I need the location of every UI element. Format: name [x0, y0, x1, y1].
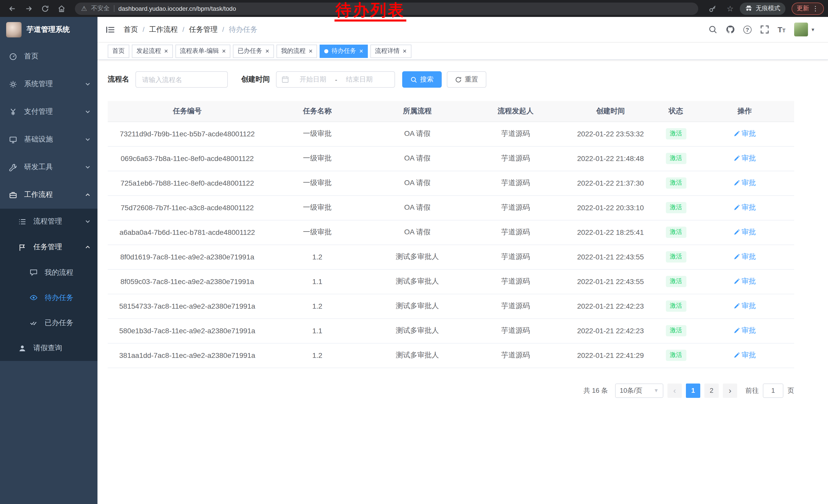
tab-form-edit[interactable]: 流程表单-编辑× [175, 44, 230, 58]
column-header: 状态 [657, 101, 695, 122]
approve-link[interactable]: 审批 [733, 228, 756, 237]
reset-button[interactable]: 重置 [447, 71, 486, 88]
tab-done-tasks[interactable]: 已办任务× [233, 44, 274, 58]
column-header: 流程发起人 [467, 101, 564, 122]
flag-icon [18, 243, 26, 251]
edit-pen-icon [733, 352, 740, 358]
sidebar-item-leave-query[interactable]: 请假查询 [0, 335, 97, 361]
app-title: 芋道管理系统 [27, 25, 70, 34]
goto-label: 前往 [745, 386, 759, 395]
navbar-actions: ? TT ▼ [708, 22, 820, 36]
reload-icon[interactable] [41, 4, 50, 13]
sidebar-item-system[interactable]: 系统管理 [0, 70, 97, 98]
breadcrumb-item[interactable]: 首页 [124, 25, 138, 34]
tab-my-process[interactable]: 我的流程× [277, 44, 317, 58]
approve-link[interactable]: 审批 [733, 129, 756, 138]
prev-page-button[interactable]: ‹ [667, 383, 682, 398]
avatar[interactable] [794, 22, 808, 36]
chat-icon [29, 268, 37, 277]
help-icon[interactable]: ? [743, 26, 752, 34]
search-button[interactable]: 搜索 [402, 71, 442, 88]
back-icon[interactable] [8, 4, 17, 13]
next-page-button[interactable]: › [723, 383, 737, 398]
filter-bar: 流程名 创建时间 开始日期 - 结束日期 搜索 [108, 71, 818, 88]
create-time-label: 创建时间 [241, 75, 270, 84]
browser-window: ⚠ 不安全 dashboard.yudao.iocoder.cn/bpm/tas… [0, 0, 828, 504]
approve-link[interactable]: 审批 [733, 203, 756, 212]
approve-link[interactable]: 审批 [733, 154, 756, 163]
sidebar-item-done-tasks[interactable]: 已办任务 [0, 310, 97, 335]
range-separator: - [335, 76, 337, 83]
page-numbers: 12 [686, 383, 719, 398]
table-row: 73211d9d-7b9b-11ec-b5b7-acde48001122一级审批… [108, 122, 794, 146]
password-key-icon[interactable] [708, 4, 717, 13]
sidebar-item-my-process[interactable]: 我的流程 [0, 260, 97, 285]
sidebar-menu: 首页系统管理支付管理基础设施研发工具工作流程流程管理任务管理我的流程待办任务已办… [0, 43, 97, 361]
gear-icon [9, 80, 17, 88]
sidebar-item-payment[interactable]: 支付管理 [0, 98, 97, 126]
breadcrumb-separator: / [182, 26, 184, 33]
font-size-icon[interactable]: TT [778, 26, 786, 33]
security-label[interactable]: 不安全 [91, 4, 110, 13]
approve-link[interactable]: 审批 [733, 302, 756, 311]
close-tab-icon[interactable]: × [403, 48, 407, 54]
warning-icon: ⚠ [81, 5, 87, 12]
collapse-sidebar-icon[interactable] [105, 25, 115, 35]
fullscreen-icon[interactable] [760, 25, 769, 34]
chevron-down-icon [85, 137, 90, 142]
process-name-input[interactable] [135, 71, 228, 88]
sidebar-item-task-mgmt[interactable]: 任务管理 [0, 234, 97, 260]
approve-link[interactable]: 审批 [733, 277, 756, 286]
page-size-select[interactable]: 10条/页 ▼ [615, 383, 663, 398]
edit-pen-icon [733, 303, 740, 309]
search-icon[interactable] [708, 25, 717, 34]
sidebar-item-workflow[interactable]: 工作流程 [0, 181, 97, 209]
status-badge: 激活 [666, 350, 686, 361]
page-button-1[interactable]: 1 [686, 383, 700, 398]
date-range-picker[interactable]: 开始日期 - 结束日期 [276, 71, 395, 88]
refresh-icon [455, 76, 462, 83]
app-logo[interactable]: 芋道管理系统 [0, 17, 97, 43]
approve-link[interactable]: 审批 [733, 178, 756, 188]
bookmark-star-icon[interactable]: ☆ [727, 5, 734, 12]
approve-link[interactable]: 审批 [733, 252, 756, 262]
tab-process-detail[interactable]: 流程详情× [370, 44, 411, 58]
sidebar-item-home[interactable]: 首页 [0, 43, 97, 70]
approve-link[interactable]: 审批 [733, 351, 756, 360]
end-date-placeholder[interactable]: 结束日期 [338, 75, 380, 84]
sidebar-item-infrastructure[interactable]: 基础设施 [0, 126, 97, 153]
close-tab-icon[interactable]: × [164, 48, 168, 54]
user-menu[interactable]: ▼ [794, 22, 815, 36]
menu-dots-icon[interactable]: ⋮ [812, 5, 819, 12]
column-header: 所属流程 [368, 101, 467, 122]
tab-home[interactable]: 首页 [108, 44, 129, 58]
breadcrumb-item[interactable]: 工作流程 [149, 25, 178, 34]
approve-link[interactable]: 审批 [733, 326, 756, 335]
update-button[interactable]: 更新 ⋮ [792, 2, 824, 15]
url-text[interactable]: dashboard.yudao.iocoder.cn/bpm/task/todo [118, 5, 236, 12]
page-content: 流程名 创建时间 开始日期 - 结束日期 搜索 [97, 60, 828, 504]
sidebar-item-process-mgmt[interactable]: 流程管理 [0, 209, 97, 234]
home-icon[interactable] [57, 4, 66, 13]
breadcrumb-item[interactable]: 任务管理 [189, 25, 218, 34]
sidebar-item-dev-tools[interactable]: 研发工具 [0, 153, 97, 181]
close-tab-icon[interactable]: × [309, 48, 313, 54]
list-icon [18, 217, 26, 226]
tasks-table: 任务编号任务名称所属流程流程发起人创建时间状态操作 73211d9d-7b9b-… [108, 101, 794, 368]
start-date-placeholder[interactable]: 开始日期 [292, 75, 334, 84]
pagination: 共 16 条 10条/页 ▼ ‹ 12 › 前往 页 [108, 383, 794, 398]
table-head-row: 任务编号任务名称所属流程流程发起人创建时间状态操作 [108, 101, 794, 122]
edit-pen-icon [733, 131, 740, 137]
github-icon[interactable] [726, 25, 735, 34]
incognito-icon [745, 5, 753, 12]
tab-start-process[interactable]: 发起流程× [132, 44, 173, 58]
sidebar-item-todo-tasks[interactable]: 待办任务 [0, 285, 97, 310]
annotation-text: 待办列表 [334, 2, 406, 21]
close-tab-icon[interactable]: × [265, 48, 269, 54]
close-tab-icon[interactable]: × [222, 48, 226, 54]
forward-icon[interactable] [24, 4, 33, 13]
close-tab-icon[interactable]: × [359, 48, 363, 54]
goto-page-input[interactable] [763, 383, 783, 398]
tab-todo-tasks[interactable]: 待办任务× [320, 44, 368, 58]
page-button-2[interactable]: 2 [704, 383, 719, 398]
